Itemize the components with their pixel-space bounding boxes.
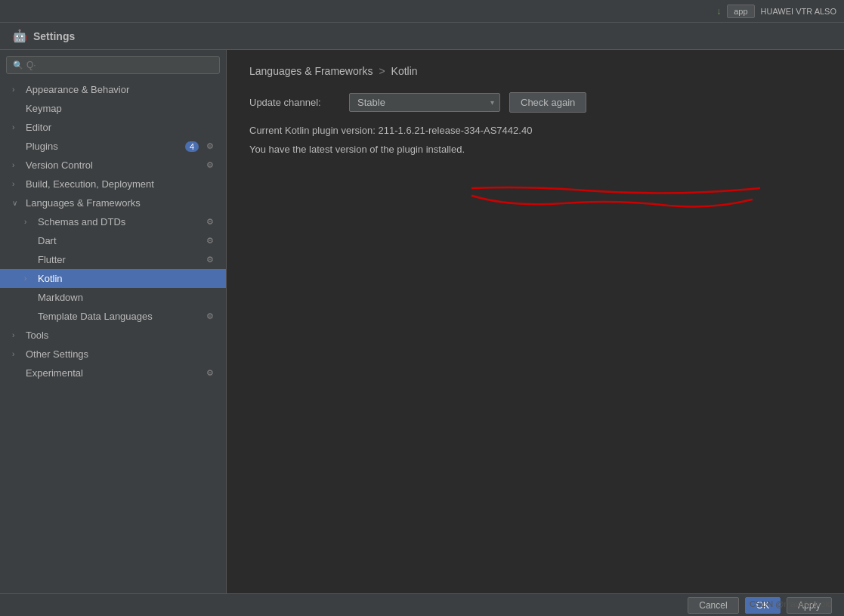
- sidebar-item-version-control[interactable]: › Version Control ⚙: [0, 156, 226, 175]
- settings-title-bar: 🤖 Settings: [0, 23, 844, 50]
- top-bar-right: ↓ app HUAWEI VTR ALSO: [716, 5, 836, 18]
- settings-icon: ⚙: [206, 368, 214, 378]
- sidebar-item-template-data[interactable]: Template Data Languages ⚙: [0, 307, 226, 326]
- version-info: Current Kotlin plugin version: 211-1.6.2…: [249, 125, 821, 136]
- sidebar-item-label: Kotlin: [38, 273, 214, 284]
- cancel-button[interactable]: Cancel: [688, 597, 738, 614]
- sidebar-item-label: Other Settings: [26, 348, 214, 360]
- sidebar-item-label: Markdown: [38, 292, 214, 303]
- sidebar-item-label: Template Data Languages: [38, 311, 202, 322]
- settings-title-label: Settings: [33, 30, 75, 42]
- sidebar-item-appearance[interactable]: › Appearance & Behavior: [0, 80, 226, 99]
- sidebar-item-label: Version Control: [26, 159, 202, 171]
- sidebar-item-keymap[interactable]: Keymap: [0, 99, 226, 118]
- sidebar-item-markdown[interactable]: Markdown: [0, 288, 226, 307]
- breadcrumb-separator: >: [379, 65, 385, 77]
- chevron-right-icon: ›: [24, 218, 33, 226]
- update-channel-row: Update channel: Stable Beta EAP Early EA…: [249, 92, 821, 113]
- settings-icon: ⚙: [206, 141, 214, 151]
- red-annotation-svg: [465, 184, 767, 215]
- green-arrow-icon: ↓: [716, 6, 721, 17]
- sidebar-item-schemas[interactable]: › Schemas and DTDs ⚙: [0, 212, 226, 231]
- sidebar-item-label: Build, Execution, Deployment: [26, 178, 214, 190]
- sidebar-item-label: Keymap: [26, 103, 214, 114]
- sidebar-item-label: Schemas and DTDs: [38, 216, 202, 228]
- sidebar-item-label: Editor: [26, 122, 214, 133]
- sidebar-item-label: Languages & Frameworks: [26, 197, 214, 209]
- sidebar-item-label: Dart: [38, 235, 202, 246]
- settings-icon: ⚙: [206, 160, 214, 170]
- main-panel: Languages & Frameworks > Kotlin Update c…: [227, 50, 844, 593]
- settings-icon: ⚙: [206, 255, 214, 265]
- sidebar-item-label: Tools: [26, 330, 214, 341]
- chevron-down-icon: ∨: [12, 199, 21, 207]
- bottom-bar: Cancel OK Apply: [0, 593, 844, 616]
- breadcrumb: Languages & Frameworks > Kotlin: [249, 65, 821, 77]
- sidebar-item-experimental[interactable]: Experimental ⚙: [0, 364, 226, 382]
- sidebar-item-build[interactable]: › Build, Execution, Deployment: [0, 175, 226, 193]
- sidebar-item-other-settings[interactable]: › Other Settings: [0, 345, 226, 364]
- top-bar: ↓ app HUAWEI VTR ALSO: [0, 0, 844, 23]
- sidebar-item-editor[interactable]: › Editor: [0, 118, 226, 137]
- device-label: HUAWEI VTR ALSO: [761, 7, 836, 16]
- settings-icon: ⚙: [206, 236, 214, 246]
- status-text: You have the latest version of the plugi…: [249, 144, 465, 155]
- sidebar-item-languages[interactable]: ∨ Languages & Frameworks: [0, 193, 226, 212]
- sidebar-item-tools[interactable]: › Tools: [0, 326, 226, 345]
- status-message: You have the latest version of the plugi…: [249, 144, 821, 155]
- android-icon: 🤖: [12, 29, 27, 43]
- update-channel-label: Update channel:: [249, 97, 340, 108]
- search-icon: 🔍: [13, 60, 23, 70]
- plugins-badge: 4: [185, 141, 199, 152]
- settings-icon: ⚙: [206, 217, 214, 227]
- chevron-right-icon: ›: [12, 180, 21, 188]
- watermark: CSDN @mawlAndroid: [750, 599, 832, 608]
- chevron-right-icon: ›: [12, 123, 21, 132]
- sidebar-item-label: Flutter: [38, 254, 202, 265]
- sidebar-item-flutter[interactable]: Flutter ⚙: [0, 250, 226, 269]
- settings-body: 🔍 › Appearance & Behavior Keymap › Edito…: [0, 50, 844, 593]
- breadcrumb-parent: Languages & Frameworks: [249, 65, 373, 77]
- search-input[interactable]: [26, 60, 213, 70]
- version-label: Current Kotlin plugin version:: [249, 125, 376, 136]
- sidebar-item-kotlin[interactable]: › Kotlin: [0, 269, 226, 288]
- channel-select[interactable]: Stable Beta EAP Early EAP: [349, 93, 500, 112]
- chevron-right-icon: ›: [12, 161, 21, 169]
- sidebar-item-label: Appearance & Behavior: [26, 84, 214, 95]
- check-again-button[interactable]: Check again: [509, 92, 586, 113]
- breadcrumb-current: Kotlin: [391, 65, 418, 77]
- chevron-right-icon: ›: [12, 85, 21, 94]
- settings-window: 🤖 Settings 🔍 › Appearance & Behavior Key…: [0, 23, 844, 616]
- settings-icon: ⚙: [206, 311, 214, 321]
- chevron-right-icon: ›: [12, 331, 21, 339]
- chevron-right-icon: ›: [12, 350, 21, 358]
- version-number: 211-1.6.21-release-334-AS7442.40: [379, 125, 533, 136]
- sidebar-item-dart[interactable]: Dart ⚙: [0, 231, 226, 250]
- sidebar-item-label: Plugins: [26, 141, 181, 152]
- channel-select-wrapper: Stable Beta EAP Early EAP ▾: [349, 93, 500, 112]
- search-box[interactable]: 🔍: [6, 56, 220, 74]
- sidebar-item-label: Experimental: [26, 367, 202, 379]
- sidebar-item-plugins[interactable]: Plugins 4 ⚙: [0, 137, 226, 156]
- sidebar: 🔍 › Appearance & Behavior Keymap › Edito…: [0, 50, 227, 593]
- app-button[interactable]: app: [727, 5, 754, 18]
- chevron-right-icon: ›: [24, 274, 33, 283]
